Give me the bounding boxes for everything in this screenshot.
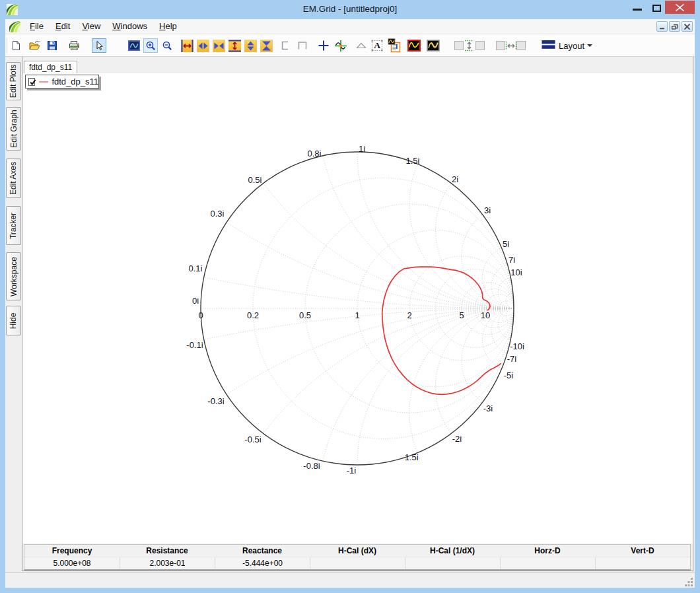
svg-text:1: 1 xyxy=(355,310,359,320)
mdi-window-controls xyxy=(656,21,693,32)
side-tab-workspace[interactable]: Workspace xyxy=(6,252,21,300)
resize-grip[interactable] xyxy=(685,578,693,586)
title-bar[interactable]: EM.Grid - [untitledproj0] xyxy=(0,0,700,19)
open-folder-button[interactable] xyxy=(29,38,40,53)
fit-box-button[interactable] xyxy=(516,38,526,53)
svg-text:0.5: 0.5 xyxy=(299,310,311,320)
tracker-readout-table: FrequencyResistanceReactanceH-Cal (dX)H-… xyxy=(24,544,691,571)
expand-vertical-button[interactable] xyxy=(228,38,241,53)
toolbar: Layout A xyxy=(5,34,695,57)
plot-window-icon xyxy=(128,40,140,52)
svg-text:-10i: -10i xyxy=(510,341,524,351)
side-tab-label: Edit Axes xyxy=(9,162,18,195)
layout-bars-icon xyxy=(542,40,555,52)
menu-edit[interactable]: Edit xyxy=(50,19,76,34)
pointer-button[interactable] xyxy=(92,38,106,53)
svg-text:-1.5i: -1.5i xyxy=(402,452,418,462)
wave-dual-button[interactable] xyxy=(427,38,440,53)
save-icon xyxy=(47,40,57,51)
mdi-close-button[interactable] xyxy=(682,21,693,32)
crosshair-button[interactable] xyxy=(318,38,330,53)
cell-value xyxy=(310,557,405,569)
cell-value xyxy=(405,557,500,569)
menu-file[interactable]: File xyxy=(24,19,50,34)
svg-text:7i: 7i xyxy=(508,255,515,265)
svg-text:-5i: -5i xyxy=(504,370,514,380)
zoom-out-button[interactable] xyxy=(162,38,173,53)
svg-text:-7i: -7i xyxy=(507,354,517,364)
zoom-in-button[interactable] xyxy=(143,38,158,53)
fit-box-button[interactable] xyxy=(496,38,505,53)
menu-view[interactable]: View xyxy=(76,19,106,34)
fit-box-icon xyxy=(496,41,505,50)
text-label-button[interactable]: A xyxy=(371,38,383,53)
collapse-vertical-button[interactable] xyxy=(260,38,273,53)
document-tab-bar: fdtd_dp_s11 xyxy=(22,57,693,73)
chevron-down-icon xyxy=(587,44,592,47)
wave-red-frame-button[interactable] xyxy=(407,38,421,53)
svg-text:3i: 3i xyxy=(484,205,491,215)
fit-box-icon xyxy=(516,41,526,50)
minimize-button[interactable] xyxy=(633,9,642,11)
side-tab-edit-graph[interactable]: Edit Graph xyxy=(6,107,21,151)
layout-dropdown[interactable]: Layout xyxy=(542,38,592,53)
svg-text:-2i: -2i xyxy=(452,434,462,444)
wave-dual-icon xyxy=(427,40,440,52)
close-button[interactable] xyxy=(665,1,695,14)
legend-box[interactable]: fdtd_dp_s11 xyxy=(25,75,99,88)
legend-series-label: fdtd_dp_s11 xyxy=(52,77,98,87)
plot-window-button[interactable] xyxy=(128,38,140,53)
app-logo-icon xyxy=(9,21,20,32)
arrows-horizontal-out-button[interactable] xyxy=(197,38,209,53)
svg-text:0.1i: 0.1i xyxy=(189,263,203,273)
smith-chart-plot[interactable]: 0i0.1i0.3i0.5i0.8i1i1.5i2i3i5i7i10i-0.1i… xyxy=(22,73,693,543)
cell-value xyxy=(500,557,595,569)
side-tab-label: Workspace xyxy=(9,257,18,296)
tracker-axes-button[interactable] xyxy=(334,38,347,53)
expand-horizontal-button[interactable] xyxy=(181,38,193,53)
expand-vertical-icon xyxy=(228,40,241,52)
fit-vertical-arrow-button[interactable] xyxy=(464,38,474,53)
text-label-icon: A xyxy=(371,40,383,52)
side-tab-hide[interactable]: Hide xyxy=(6,306,21,335)
triangle-button[interactable] xyxy=(355,38,367,53)
menu-help[interactable]: Help xyxy=(153,19,183,34)
corner-open-bottom-button[interactable] xyxy=(297,38,308,53)
arrows-vertical-out-button[interactable] xyxy=(244,38,257,53)
maximize-button[interactable] xyxy=(652,5,661,12)
fit-horizontal-arrow-button[interactable] xyxy=(505,38,517,53)
svg-text:5i: 5i xyxy=(503,239,509,249)
pointer-icon xyxy=(94,40,104,51)
checkmark-icon xyxy=(29,79,37,87)
mdi-restore-button[interactable] xyxy=(669,21,680,32)
column-header: Resistance xyxy=(120,545,215,557)
side-tab-edit-axes[interactable]: Edit Axes xyxy=(6,158,21,198)
svg-text:-0.3i: -0.3i xyxy=(207,396,224,406)
triangle-icon xyxy=(355,40,367,52)
window-title: EM.Grid - [untitledproj0] xyxy=(0,0,700,18)
print-button[interactable] xyxy=(69,38,80,53)
corner-open-right-button[interactable] xyxy=(279,38,291,53)
new-document-button[interactable] xyxy=(11,38,21,53)
legend-checkbox[interactable] xyxy=(28,78,35,86)
tab-fdtd_dp_s11[interactable]: fdtd_dp_s11 xyxy=(24,61,77,73)
mdi-minimize-button[interactable] xyxy=(656,21,668,32)
svg-text:0.3i: 0.3i xyxy=(211,209,225,219)
print-icon xyxy=(69,40,80,51)
cell-value: 5.000e+08 xyxy=(24,557,120,569)
svg-text:10i: 10i xyxy=(510,267,522,277)
report-notes-button[interactable] xyxy=(388,38,401,53)
new-document-icon xyxy=(11,40,21,51)
crosshair-icon xyxy=(318,40,330,52)
toolbar-grip xyxy=(7,38,9,53)
side-tab-tracker[interactable]: Tracker xyxy=(6,206,21,245)
collapse-horizontal-button[interactable] xyxy=(213,38,225,53)
fit-box-button[interactable] xyxy=(454,38,464,53)
mdi-minimize-icon xyxy=(659,24,665,30)
side-tab-edit-plots[interactable]: Edit Plots xyxy=(6,62,21,100)
svg-text:1i: 1i xyxy=(359,144,365,154)
save-button[interactable] xyxy=(47,38,57,53)
expand-horizontal-icon xyxy=(181,40,193,52)
menu-windows[interactable]: Windows xyxy=(106,19,153,34)
fit-box-button[interactable] xyxy=(475,38,485,53)
